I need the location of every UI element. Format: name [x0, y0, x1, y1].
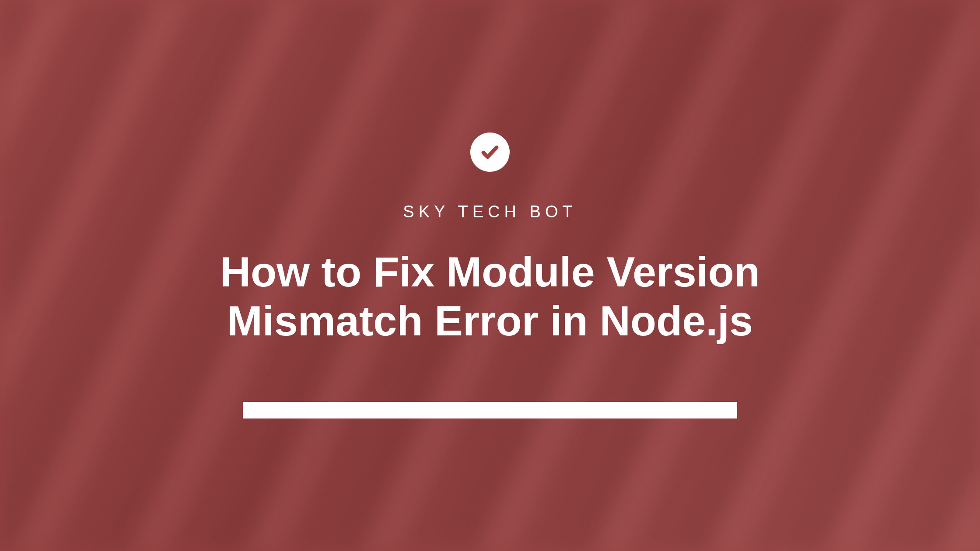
main-title: How to Fix Module Version Mismatch Error…	[184, 248, 796, 345]
checkmark-icon	[470, 133, 510, 172]
content-container: SKY TECH BOT How to Fix Module Version M…	[0, 0, 980, 551]
subtitle-text: SKY TECH BOT	[403, 202, 577, 221]
divider-bar	[243, 402, 737, 418]
